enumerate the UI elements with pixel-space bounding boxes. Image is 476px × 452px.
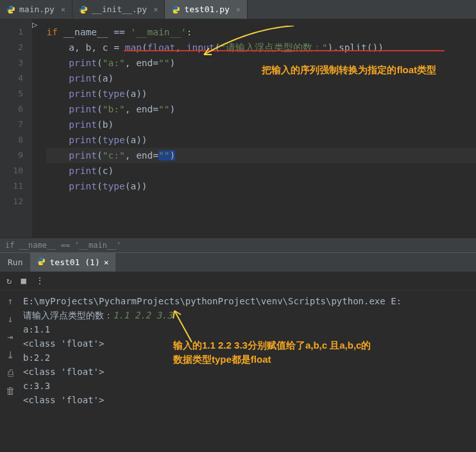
code-line: print(type(a)) [46, 86, 476, 101]
run-body: ↑ ↓ ⇥ ⤓ ⎙ 🗑 E:\myProjects\PycharmProject… [0, 290, 476, 411]
stop-icon[interactable]: ■ [21, 275, 26, 286]
tab-init[interactable]: __init__.py × [72, 0, 165, 19]
rerun-icon[interactable]: ↻ [6, 275, 12, 286]
output-line: c:3.3 [23, 379, 473, 393]
close-icon[interactable]: × [61, 5, 65, 14]
up-icon[interactable]: ↑ [7, 295, 13, 307]
close-icon[interactable]: × [236, 5, 241, 14]
code-line: print(type(a)) [46, 132, 476, 148]
python-icon [37, 257, 46, 268]
run-output[interactable]: E:\myProjects\PycharmProjects\pythonProj… [21, 290, 476, 411]
code-line: print(type(a)) [46, 178, 476, 194]
tab-label: __init__.py [92, 4, 147, 14]
output-line: <class 'float'> [23, 393, 473, 407]
run-panel: Run test01 (1) × ↻ ■ ⋮ ↑ ↓ ⇥ ⤓ ⎙ 🗑 E:\my… [0, 252, 476, 411]
print-icon[interactable]: ⎙ [8, 367, 13, 379]
tab-main[interactable]: main.py × [0, 0, 72, 19]
trash-icon[interactable]: 🗑 [6, 385, 15, 397]
code-line: if __name__ == '__main__': [46, 24, 476, 40]
run-label: Run [0, 257, 30, 267]
code-line: print("b:", end="") [46, 101, 476, 117]
output-line: 请输入浮点类型的数：1.1 2.2 3.3 [23, 308, 473, 322]
annotation-underline [124, 50, 445, 51]
output-line: E:\myProjects\PycharmProjects\pythonProj… [23, 294, 473, 308]
down-icon[interactable]: ↓ [7, 313, 13, 325]
tab-label: main.py [19, 4, 55, 14]
python-icon [6, 5, 15, 14]
python-icon [171, 5, 180, 14]
annotation-text: 输入的1.1 2.2 3.3分别赋值给了a,b,c 且a,b,c的 数据类型ty… [173, 338, 371, 367]
scroll-icon[interactable]: ⤓ [6, 349, 15, 361]
run-toolbar: ↻ ■ ⋮ [0, 272, 476, 290]
output-line: a:1.1 [23, 322, 473, 336]
close-icon[interactable]: × [104, 257, 109, 267]
run-tabs: Run test01 (1) × [0, 252, 476, 272]
run-sidebar: ↑ ↓ ⇥ ⤓ ⎙ 🗑 [0, 290, 21, 411]
code-area[interactable]: if __name__ == '__main__': a, b, c = map… [37, 19, 476, 238]
tab-label: test01.py [184, 4, 229, 14]
code-line: print(b) [46, 117, 476, 132]
code-line: print("c:", end="") [46, 148, 476, 163]
code-line: a, b, c = map(float, input("请输入浮点类型的数：")… [46, 40, 476, 55]
breadcrumb[interactable]: if __name__ == '__main__' [0, 238, 476, 252]
editor-tabs: main.py × __init__.py × test01.py × [0, 0, 476, 19]
tab-test01[interactable]: test01.py × [165, 0, 248, 19]
run-tab[interactable]: test01 (1) × [30, 253, 115, 272]
annotation-text: 把输入的序列强制转换为指定的float类型 [262, 64, 436, 76]
close-icon[interactable]: × [153, 5, 158, 14]
run-gutter-icon[interactable]: ▷ [32, 19, 37, 238]
editor: 1 2 3 4 5 6 7 8 9 10 11 12 ▷ if __name__… [0, 19, 476, 238]
python-icon [79, 5, 88, 14]
more-icon[interactable]: ⋮ [35, 275, 44, 286]
output-line: <class 'float'> [23, 365, 473, 379]
code-line: print(c) [46, 163, 476, 178]
wrap-icon[interactable]: ⇥ [7, 331, 13, 343]
gutter: 1 2 3 4 5 6 7 8 9 10 11 12 [0, 19, 32, 238]
